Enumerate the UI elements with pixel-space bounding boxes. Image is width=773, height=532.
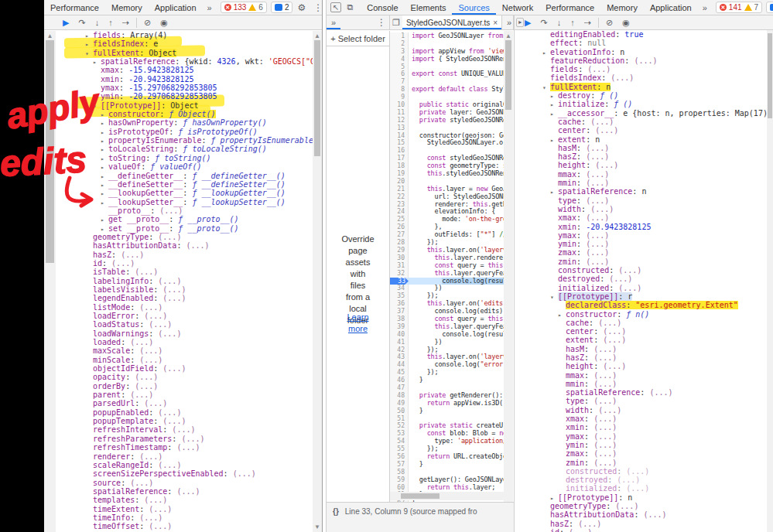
property-value[interactable]: (...) [158, 408, 181, 417]
tree-row-loadWarnings[interactable]: loadWarnings: (...) [85, 329, 313, 338]
tree-row-fullExtent[interactable]: ▾fullExtent: n [542, 83, 767, 91]
tree-row-valueOf[interactable]: ▸valueOf: ƒ valueOf() [85, 162, 313, 171]
tree-row-__lookupGetter__[interactable]: ▸__lookupGetter__: ƒ __lookupGetter__() [85, 189, 313, 197]
tree-row-hasM[interactable]: hasM: (...) [542, 144, 767, 152]
code-line-7[interactable]: 7 [390, 78, 505, 86]
tree-row-constructor[interactable]: ▸constructor: ƒ n() [542, 310, 767, 319]
code-line-56[interactable]: 56 return URL.createObjectU [390, 453, 505, 461]
tree-row-renderer[interactable]: renderer: (...) [85, 452, 313, 461]
line-number[interactable]: 5 [390, 63, 409, 71]
line-number[interactable]: 44 [390, 361, 409, 369]
tree-row-ymax[interactable]: ymax: -15.297068292853805 [85, 84, 313, 92]
tree-row-popupEnabled[interactable]: popupEnabled: (...) [85, 408, 313, 417]
code-line-45[interactable]: 45 }); [390, 369, 505, 377]
tree-row-cache[interactable]: cache: (...) [542, 319, 767, 327]
tree-row-center[interactable]: center: (...) [542, 327, 767, 336]
property-value[interactable]: (...) [144, 312, 167, 320]
tree-row-toLocaleString[interactable]: ▸toLocaleString: ƒ toLocaleString() [85, 145, 313, 153]
code-line-19[interactable]: 19 this.styledGeoJSONRender [390, 170, 505, 178]
property-value[interactable]: (...) [586, 179, 609, 187]
tree-row-constructed[interactable]: constructed: (...) [542, 266, 767, 275]
line-number[interactable]: 12 [390, 117, 409, 124]
tree-row-opacity[interactable]: opacity: (...) [85, 373, 313, 381]
device-toolbar-icon[interactable]: ⧉ [344, 2, 356, 12]
property-value[interactable]: (...) [162, 417, 186, 425]
property-value[interactable]: (...) [130, 338, 153, 346]
scrollbar-thumb[interactable] [46, 40, 54, 263]
tree-row-isPrototypeOf[interactable]: ▸isPrototypeOf: ƒ isPrototypeOf() [85, 128, 313, 136]
line-number[interactable]: 14 [390, 132, 409, 140]
line-number[interactable]: 50 [390, 408, 409, 415]
tab-elements[interactable]: Elements [405, 0, 453, 15]
left-inner-scrollbar[interactable]: ▲ [44, 31, 56, 532]
property-value[interactable]: (...) [611, 73, 634, 82]
select-folder-button[interactable]: + Select folder [327, 31, 389, 46]
code-line-31[interactable]: 31 const query = this.lay [390, 262, 505, 270]
line-number[interactable]: 54 [390, 438, 409, 445]
tree-row-hasM[interactable]: hasM: (...) [542, 345, 767, 353]
property-value[interactable]: (...) [587, 65, 611, 73]
tree-row-listMode[interactable]: listMode: (...) [85, 303, 313, 312]
code-line-53[interactable]: 53 const blob: Blob = new B [390, 430, 505, 438]
line-number[interactable]: 24 [390, 208, 409, 216]
tree-row-spatialReference[interactable]: spatialReference: (...) [85, 487, 313, 496]
code-line-39[interactable]: 39 this.layer.queryFeatur [390, 323, 505, 331]
line-number[interactable]: 1 [390, 32, 409, 40]
sidebar-scrollbar[interactable] [767, 30, 773, 532]
editor-horizontal-scrollbar[interactable] [390, 492, 504, 500]
tree-row-fields[interactable]: fields: (...) [542, 65, 767, 73]
tree-row-constructed[interactable]: constructed: (...) [542, 467, 767, 476]
tree-row-timeExtent[interactable]: timeExtent: (...) [85, 505, 313, 513]
line-number[interactable]: 8 [390, 86, 409, 94]
line-number[interactable]: 3 [390, 48, 409, 56]
learn-more-link[interactable]: Learnmore [327, 312, 389, 335]
line-number[interactable]: 33 [390, 278, 409, 285]
property-value[interactable]: (...) [615, 502, 638, 510]
tree-row-ymax[interactable]: ymax: (...) [542, 231, 767, 240]
tree-row-initialized[interactable]: initialized: (...) [542, 484, 767, 493]
property-value[interactable]: (...) [144, 496, 167, 504]
code-line-32[interactable]: 32 this.layer.queryFeatur [390, 270, 505, 278]
line-number[interactable]: 60 [390, 484, 409, 492]
left-messages-badge-group[interactable]: 2 [271, 2, 293, 13]
line-number[interactable]: 52 [390, 422, 409, 430]
property-value[interactable]: (...) [586, 170, 609, 179]
tree-row-xmin[interactable]: xmin: -20.9423828125 [542, 223, 767, 231]
tree-row-geometryType[interactable]: geometryType: (...) [542, 502, 767, 510]
property-value[interactable]: (...) [162, 294, 186, 302]
property-value[interactable]: (...) [593, 397, 617, 405]
line-number[interactable]: 27 [390, 231, 409, 239]
line-number[interactable]: 17 [390, 155, 409, 162]
tree-row-maxScale[interactable]: maxScale: (...) [85, 346, 313, 355]
property-value[interactable]: (...) [590, 205, 614, 213]
property-value[interactable]: (...) [586, 152, 609, 161]
tree-row-center[interactable]: center: (...) [542, 126, 767, 135]
scrollbar-thumb[interactable] [505, 40, 511, 110]
left-tree-scrollbar[interactable]: ▲ ▼ [313, 31, 322, 532]
tree-row-cache[interactable]: cache: (...) [542, 118, 767, 126]
code-line-4[interactable]: 4import { StyledGeoJSONRender [390, 56, 505, 63]
more-tabs-chevron[interactable]: » [698, 3, 712, 12]
code-line-48[interactable]: 48 private getRenderer(): __e [390, 392, 505, 400]
line-number[interactable]: 38 [390, 315, 409, 323]
code-line-25[interactable]: 25 mode: 'on-the-ground [390, 216, 505, 223]
tree-row-fields[interactable]: ▸fields: Array(4) [85, 31, 313, 39]
line-number[interactable]: 42 [390, 346, 409, 354]
code-line-54[interactable]: 54 type: 'application/jso [390, 438, 505, 445]
line-number[interactable]: 4 [390, 56, 409, 63]
property-value[interactable]: (...) [586, 231, 609, 240]
tree-row-labelingInfo[interactable]: labelingInfo: (...) [85, 277, 313, 285]
property-value[interactable]: (...) [586, 257, 609, 266]
line-number[interactable]: 6 [390, 70, 409, 78]
editor-vertical-scrollbar[interactable]: ▲ ▼ [504, 31, 513, 509]
line-number[interactable]: 30 [390, 254, 409, 262]
tab-network[interactable]: Network [496, 0, 539, 15]
property-value[interactable]: (...) [186, 241, 209, 250]
property-value[interactable]: (...) [586, 213, 609, 222]
property-value[interactable]: (...) [130, 479, 153, 487]
inspect-element-icon[interactable]: ↖ [330, 2, 341, 12]
property-value[interactable]: (...) [144, 399, 167, 408]
tree-row-hasZ[interactable]: hasZ: (...) [542, 353, 767, 362]
tree-row-source[interactable]: source: (...) [85, 479, 313, 487]
kebab-menu-icon[interactable]: ⋮ [310, 2, 326, 13]
